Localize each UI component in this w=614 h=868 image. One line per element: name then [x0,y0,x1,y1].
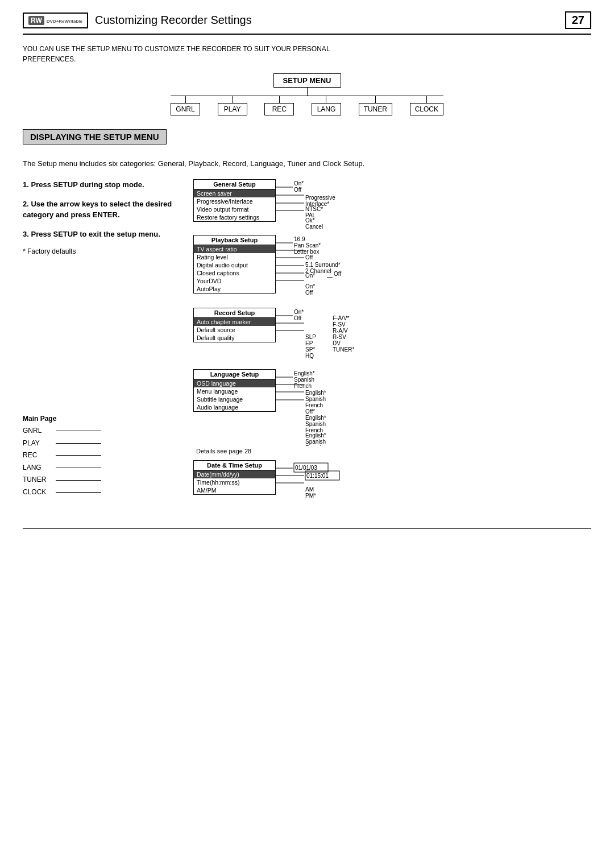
svg-text:AM: AM [305,486,314,493]
general-setup-title: General Setup [194,180,275,189]
language-setup-item-2: Subtitle language [194,395,275,403]
main-page-item-rec: REC [23,449,182,462]
main-page-item-gnrl: GNRL [23,425,182,437]
svg-text:On*: On* [294,180,304,187]
svg-text:EP: EP [305,340,313,346]
svg-text:On*: On* [305,272,315,279]
svg-text:Ok*: Ok* [305,217,315,224]
logo-sub: DVD+ReWritable [47,19,82,24]
general-setup-section: General Setup Screen saver Progressive/I… [193,179,591,230]
svg-text:French: French [305,445,323,446]
record-setup-section: Record Setup Auto chapter marker Default… [193,308,591,365]
right-column: General Setup Screen saver Progressive/I… [182,179,591,511]
datetime-setup-connectors: 01/01/03 01:15:01 AM PM* [276,460,389,506]
main-page-item-tuner: TUNER [23,474,182,486]
svg-text:English*: English* [305,432,326,439]
svg-text:5.1 Surround*: 5.1 Surround* [305,262,341,268]
svg-text:Off: Off [294,315,301,321]
page-header: RW DVD+ReWritable Customizing Recorder S… [23,11,591,35]
svg-text:R-A/V: R-A/V [333,328,348,334]
general-setup-item-3: Restore factory settings [194,213,275,221]
datetime-setup-item-1: Time(hh:mm:ss) [194,478,275,486]
instruction-2: 2. Use the arrow keys to select the desi… [23,199,182,221]
main-page-item-play: PLAY [23,437,182,450]
main-page-box: Main Page GNRL PLAY REC LAN [23,415,182,499]
language-setup-item-0: OSD language [194,379,275,387]
general-setup-panel: General Setup Screen saver Progressive/I… [193,179,276,222]
svg-text:Spanish: Spanish [305,396,326,402]
svg-text:HQ: HQ [305,353,314,359]
general-setup-item-1: Progressive/Interlace [194,197,275,205]
setup-menu-diagram: SETUP MENU GNRL PLAY REC LA [23,73,591,115]
rw-icon: RW [28,16,44,25]
menu-branch-tuner: TUNER [359,96,392,115]
svg-text:SP*: SP* [305,346,315,353]
svg-text:R-SV: R-SV [333,334,346,340]
intro-text: YOU CAN USE THE SETUP MENU TO CUSTOMIZE … [23,44,591,64]
playback-setup-connectors: 16:9 Pan Scan* Letter box Off 5.1 Surrou… [276,235,429,303]
playback-setup-panel: Playback Setup TV aspect ratio Rating le… [193,235,276,294]
logo: RW DVD+ReWritable [23,13,88,28]
svg-text:Spanish: Spanish [305,439,326,445]
factory-note: * Factory defaults [23,247,182,255]
svg-text:English*: English* [294,370,315,377]
svg-text:SLP: SLP [305,334,316,340]
svg-text:Off: Off [305,254,313,261]
language-setup-panel: Language Setup OSD language Menu languag… [193,369,276,412]
svg-text:On*: On* [305,283,315,290]
language-setup-connectors: English* Spanish French English* Spanish… [276,369,435,446]
record-setup-item-2: Default quality [194,334,275,342]
menu-branch-rec: REC [264,96,294,115]
record-setup-panel: Record Setup Auto chapter marker Default… [193,308,276,342]
instruction-3: 3. Press SETUP to exit the setup menu. [23,229,182,240]
svg-text:Progressive: Progressive [305,195,335,201]
language-setup-item-3: Audio language [194,403,275,411]
svg-text:01:15:01: 01:15:01 [306,473,329,479]
playback-setup-item-2: Digital audio output [194,261,275,269]
svg-text:F-SV: F-SV [333,321,346,328]
svg-text:F-A/V*: F-A/V* [333,315,350,321]
playback-setup-item-1: Rating level [194,253,275,261]
main-page-items: GNRL PLAY REC LANG [23,425,182,499]
main-page-item-lang: LANG [23,462,182,474]
svg-text:English*: English* [305,415,326,421]
playback-setup-title: Playback Setup [194,235,275,245]
playback-setup-item-3: Closed captions [194,269,275,277]
menu-branch-gnrl: GNRL [171,96,200,115]
main-content: 1. Press SETUP during stop mode. 2. Use … [23,179,591,511]
svg-text:Off*: Off* [305,408,315,415]
svg-text:16:9: 16:9 [294,236,305,242]
svg-text:DV: DV [333,340,341,346]
bottom-divider [23,528,591,529]
svg-text:Cancel: Cancel [305,224,323,230]
instruction-1: 1. Press SETUP during stop mode. [23,179,182,191]
menu-branch-clock: CLOCK [410,96,443,115]
svg-text:French: French [294,383,312,389]
svg-text:TUNER*: TUNER* [333,346,354,353]
menu-branch-play: PLAY [218,96,247,115]
svg-text:On*: On* [294,309,304,315]
datetime-setup-panel: Date & Time Setup Date(mm/dd/yy) Time(hh… [193,460,276,495]
svg-text:Spanish: Spanish [294,377,314,383]
svg-text:Off: Off [334,271,341,277]
datetime-setup-item-0: Date(mm/dd/yy) [194,470,275,478]
setup-menu-root: SETUP MENU [273,73,341,88]
datetime-setup-title: Date & Time Setup [194,461,275,470]
page-number: 27 [565,11,591,29]
svg-text:Off: Off [294,187,301,193]
language-setup-title: Language Setup [194,370,275,379]
record-setup-item-1: Default source [194,326,275,334]
playback-setup-item-5: AutoPlay [194,285,275,293]
playback-setup-item-0: TV aspect ratio [194,245,275,253]
general-setup-connectors: On* Off Progressive Interlace* NTSC* PAL… [276,179,424,230]
language-details-note: Details see page 28 [196,448,251,454]
main-page-item-clock: CLOCK [23,486,182,499]
datetime-setup-item-2: AM/PM [194,486,275,494]
playback-setup-section: Playback Setup TV aspect ratio Rating le… [193,235,591,303]
record-setup-title: Record Setup [194,308,275,318]
svg-text:NTSC*: NTSC* [305,206,323,212]
svg-text:Spanish: Spanish [305,421,326,427]
playback-setup-item-4: YourDVD [194,277,275,285]
general-setup-item-0: Screen saver [194,189,275,197]
datetime-setup-section: Date & Time Setup Date(mm/dd/yy) Time(hh… [193,460,591,506]
